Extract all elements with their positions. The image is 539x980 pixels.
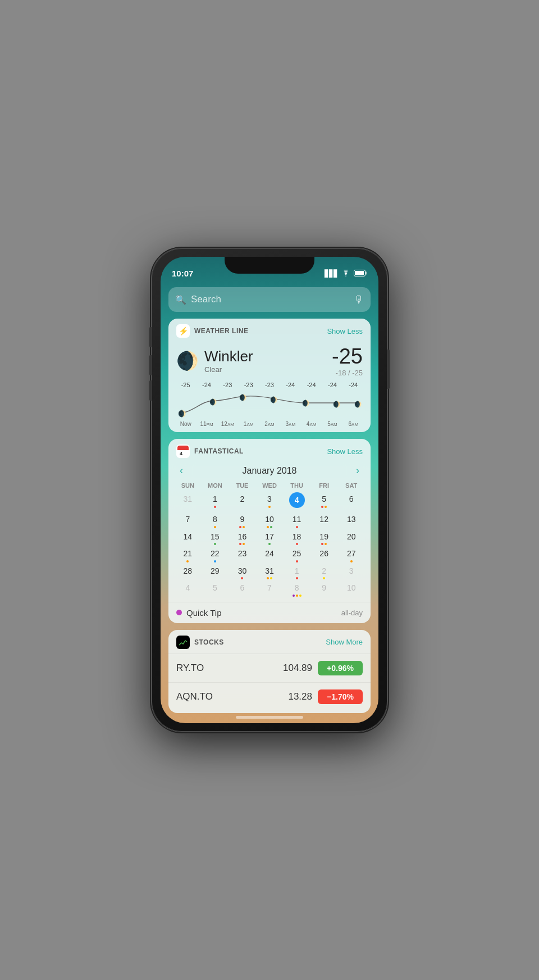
weatherline-icon: ⚡: [176, 324, 190, 338]
cal-day[interactable]: 2: [229, 492, 256, 512]
cal-day[interactable]: 8: [202, 512, 229, 530]
cal-day[interactable]: 17: [256, 530, 284, 547]
cal-day[interactable]: 10: [337, 581, 365, 598]
cal-day[interactable]: 30: [229, 564, 256, 582]
cal-day[interactable]: 3: [256, 492, 284, 512]
quick-tip-label: Quick Tip: [186, 608, 337, 618]
svg-text:🌒: 🌒: [239, 394, 247, 401]
calendar-month: January 2018: [243, 466, 297, 476]
cal-day[interactable]: 22: [202, 547, 229, 564]
cal-day[interactable]: 9: [229, 512, 256, 530]
cal-day[interactable]: 12: [310, 512, 338, 530]
cal-day[interactable]: 13: [337, 512, 365, 530]
wifi-icon: [341, 269, 350, 278]
cal-day[interactable]: 29: [202, 564, 229, 582]
cal-header-tue: TUE: [229, 481, 256, 492]
time-2am: 2AM: [259, 421, 280, 427]
calendar-day-headers: SUN MON TUE WED THU FRI SAT: [174, 481, 365, 492]
cal-day[interactable]: 2: [310, 564, 338, 582]
cal-day-today[interactable]: 4: [283, 492, 310, 512]
cal-day[interactable]: 8: [283, 581, 310, 598]
time-axis: Now 11PM 12AM 1AM 2AM 3AM 4AM 5AM 6AM: [173, 420, 366, 429]
cal-day[interactable]: 21: [174, 547, 202, 564]
temp-label-0: -25: [175, 382, 196, 388]
cal-day[interactable]: 16: [229, 530, 256, 547]
cal-day[interactable]: 26: [310, 547, 338, 564]
cal-day[interactable]: 23: [229, 547, 256, 564]
cal-day[interactable]: 15: [202, 530, 229, 547]
stocks-content: RY.TO 104.89 +0.96% AQN.TO 13.28 −1.70%: [168, 654, 371, 713]
cal-day[interactable]: 28: [174, 564, 202, 582]
cal-header-thu: THU: [283, 481, 310, 492]
stocks-show-more[interactable]: Show More: [326, 638, 363, 646]
cal-day[interactable]: 25: [283, 547, 310, 564]
mic-icon[interactable]: 🎙: [354, 294, 364, 306]
cal-day[interactable]: 18: [283, 530, 310, 547]
stocks-widget: STOCKS Show More RY.TO 104.89 +0.96% AQN…: [168, 630, 371, 713]
time-5am: 5AM: [322, 421, 342, 427]
cal-day[interactable]: 4: [174, 581, 202, 598]
temp-label-5: -24: [280, 382, 301, 388]
cal-day[interactable]: 1: [283, 564, 310, 582]
stock-change-ryto: +0.96%: [318, 661, 363, 675]
weather-main: 🌒 Winkler Clear -25 -18 / -25: [168, 342, 371, 382]
stock-symbol-ryto: RY.TO: [176, 663, 283, 674]
cal-day[interactable]: 20: [337, 530, 365, 547]
weather-temp-range: -18 / -25: [332, 369, 363, 377]
cal-day[interactable]: 14: [174, 530, 202, 547]
quick-tip-dot: [176, 610, 182, 615]
temp-label-2: -23: [217, 382, 238, 388]
cal-day[interactable]: 7: [256, 581, 284, 598]
time-12am: 12AM: [217, 421, 238, 427]
cal-day[interactable]: 5: [202, 581, 229, 598]
cal-day[interactable]: 11: [283, 512, 310, 530]
calendar-next[interactable]: ›: [353, 465, 363, 477]
time-4am: 4AM: [301, 421, 322, 427]
cal-day[interactable]: 31: [256, 564, 284, 582]
temp-label-6: -24: [301, 382, 322, 388]
svg-rect-12: [177, 448, 189, 450]
screen-content[interactable]: 🔍 Search 🎙 ⚡ WEATHER LINE Show Less 🌒 Wi…: [161, 282, 378, 723]
cal-day[interactable]: 10: [256, 512, 284, 530]
cal-day[interactable]: 3: [337, 564, 365, 582]
status-icons: ▋▋▋: [325, 269, 367, 278]
cal-day[interactable]: 6: [337, 492, 365, 512]
weather-temp-block: -25 -18 / -25: [332, 344, 363, 377]
cal-day[interactable]: 6: [229, 581, 256, 598]
stock-price-aqnto: 13.28: [288, 691, 312, 702]
temp-label-7: -24: [322, 382, 342, 388]
weather-city: Winkler: [204, 348, 326, 365]
search-icon: 🔍: [175, 294, 186, 305]
weather-condition: Clear: [204, 365, 326, 374]
calendar-show-less[interactable]: Show Less: [327, 447, 363, 456]
temp-labels: -25 -24 -23 -23 -23 -24 -24 -24 -24: [173, 382, 366, 388]
stock-change-aqnto: −1.70%: [318, 689, 363, 704]
cal-day[interactable]: 9: [310, 581, 338, 598]
cal-day[interactable]: 24: [256, 547, 284, 564]
stock-row-ryto[interactable]: RY.TO 104.89 +0.96%: [168, 654, 371, 682]
home-indicator[interactable]: [236, 716, 303, 719]
temp-label-8: -24: [343, 382, 364, 388]
cal-week-3: 14 15 16 17 18 19 20: [174, 530, 365, 547]
svg-text:4: 4: [180, 451, 182, 456]
svg-text:🌒: 🌒: [178, 410, 186, 418]
cal-day[interactable]: 27: [337, 547, 365, 564]
time-11pm: 11PM: [196, 421, 217, 427]
weather-graph-svg: 🌒 🌒 🌒 🌒 🌒 🌒 🌒: [173, 389, 366, 418]
stocks-widget-title: STOCKS: [194, 638, 321, 646]
calendar-prev[interactable]: ‹: [176, 465, 186, 477]
quick-tip-time: all-day: [341, 609, 363, 617]
cal-day[interactable]: 31: [174, 492, 202, 512]
cal-header-sun: SUN: [174, 481, 202, 492]
cal-day[interactable]: 7: [174, 512, 202, 530]
cal-day[interactable]: 5: [310, 492, 338, 512]
stock-row-aqnto[interactable]: AQN.TO 13.28 −1.70%: [168, 682, 371, 711]
weather-show-less[interactable]: Show Less: [327, 327, 363, 335]
cal-week-6: 4 5 6 7 8 9 10: [174, 581, 365, 598]
svg-rect-1: [355, 271, 364, 275]
search-bar[interactable]: 🔍 Search 🎙: [168, 287, 371, 312]
weather-graph: -25 -24 -23 -23 -23 -24 -24 -24 -24: [168, 382, 371, 432]
svg-text:🌒: 🌒: [333, 401, 341, 408]
cal-day[interactable]: 19: [310, 530, 338, 547]
cal-day[interactable]: 1: [202, 492, 229, 512]
